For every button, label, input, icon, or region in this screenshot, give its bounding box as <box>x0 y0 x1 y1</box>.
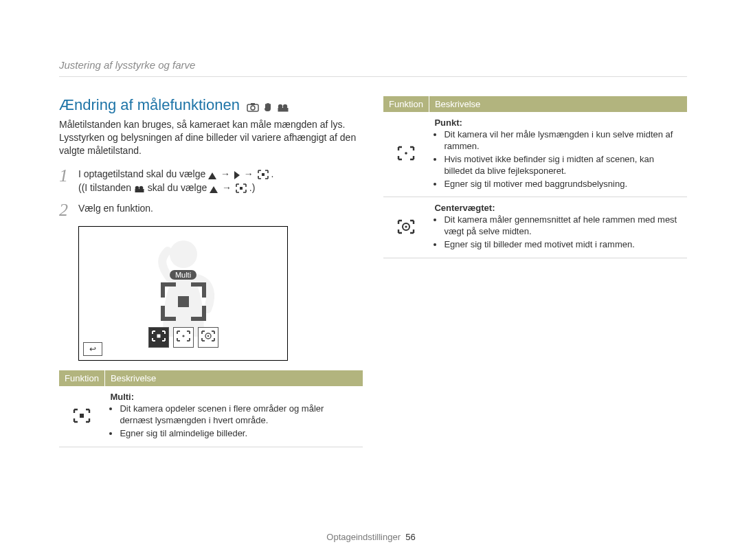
row-bullet: Hvis motivet ikke befinder sig i midten … <box>444 154 682 177</box>
arrow-icon: → <box>243 167 255 181</box>
chevron-right-solid-icon <box>234 168 243 179</box>
breadcrumb: Justering af lysstyrke og farve <box>59 59 687 77</box>
table-row: Multi: Dit kamera opdeler scenen i flere… <box>59 386 363 447</box>
row-title: Punkt: <box>434 117 682 128</box>
footer-label: Optageindstillinger <box>326 532 401 542</box>
mode-icons <box>247 96 289 114</box>
svg-rect-10 <box>240 187 243 190</box>
svg-point-11 <box>170 240 197 268</box>
row-bullet: Egner sig til motiver med baggrundsbelys… <box>444 179 682 190</box>
page-number: 56 <box>405 532 415 542</box>
th-funktion: Funktion <box>59 370 104 386</box>
step1-text-c: skal du vælge <box>148 182 207 193</box>
triangle-up-icon <box>208 168 219 179</box>
svg-rect-17 <box>80 414 84 418</box>
triangle-up-icon <box>210 182 221 193</box>
step-1: 1 I optagetilstand skal du vælge → → . <box>59 167 363 195</box>
multi-large-icon <box>159 280 208 323</box>
row-bullet: Egner sig til almindelige billeder. <box>120 428 357 440</box>
metering-options-row <box>148 327 218 348</box>
svg-rect-5 <box>278 108 288 112</box>
table-row: Centervægtet: Dit kamera måler gennemsni… <box>383 197 687 258</box>
right-column: Funktion Beskrivelse Punkt: Dit kamera v… <box>383 96 687 447</box>
svg-rect-9 <box>135 189 144 192</box>
step1-text-b: (I tilstanden <box>82 182 131 193</box>
section-title-text: Ændring af målefunktionen <box>59 96 240 114</box>
svg-rect-12 <box>178 296 189 307</box>
svg-point-14 <box>182 335 184 337</box>
th-beskrivelse: Beskrivelse <box>104 370 363 386</box>
step-number-1: 1 <box>59 167 71 195</box>
metering-table-right: Funktion Beskrivelse Punkt: Dit kamera v… <box>383 96 687 258</box>
arrow-icon: → <box>219 167 232 181</box>
selected-metering-display: Multi <box>159 268 208 326</box>
svg-rect-13 <box>157 335 160 338</box>
svg-point-20 <box>405 225 407 227</box>
video-icon <box>277 96 289 114</box>
step1-text-a: I optagetilstand skal du vælge <box>78 168 205 179</box>
step-2: 2 Vælg en funktion. <box>59 201 363 219</box>
th-funktion: Funktion <box>383 96 429 112</box>
multi-label: Multi <box>170 270 196 280</box>
table-row: Punkt: Dit kamera vil her måle lysmængde… <box>383 112 687 197</box>
center-icon <box>383 197 429 258</box>
section-title: Ændring af målefunktionen <box>59 96 363 114</box>
row-bullet: Dit kamera måler gennemsnittet af hele r… <box>444 214 682 238</box>
row-bullet: Egner sig til billeder med motivet midt … <box>444 239 682 251</box>
svg-rect-6 <box>262 173 265 176</box>
svg-rect-2 <box>251 103 255 105</box>
step2-text: Vælg en funktion. <box>78 201 363 219</box>
arrow-icon: → <box>221 181 233 194</box>
row-title: Centervægtet: <box>434 203 682 213</box>
left-column: Ændring af målefunktionen Måletilstanden… <box>59 96 363 447</box>
row-title: Multi: <box>110 392 357 402</box>
punkt-icon <box>383 112 429 197</box>
camera-preview: Multi <box>78 226 288 361</box>
multi-icon <box>59 386 104 447</box>
intro-text: Måletilstanden kan bruges, så kameraet k… <box>59 118 363 157</box>
back-button[interactable]: ↩ <box>83 342 102 356</box>
camera-plus-icon <box>247 96 259 114</box>
video-small-icon <box>134 182 148 193</box>
hand-icon <box>263 96 273 114</box>
metering-option-center[interactable] <box>198 327 218 348</box>
metering-option-punkt[interactable] <box>173 327 194 348</box>
row-bullet: Dit kamera vil her måle lysmængden i kun… <box>444 129 682 153</box>
page-footer: Optageindstillinger 56 <box>0 532 742 542</box>
multi-small-icon <box>236 182 249 193</box>
row-bullet: Dit kamera opdeler scenen i flere område… <box>120 403 357 427</box>
multi-small-icon <box>258 168 271 179</box>
svg-point-16 <box>207 335 209 337</box>
step-number-2: 2 <box>59 201 71 219</box>
metering-option-multi[interactable] <box>148 327 169 348</box>
svg-point-1 <box>251 106 255 110</box>
metering-table-left: Funktion Beskrivelse Multi: Dit kamera o… <box>59 370 363 447</box>
svg-point-18 <box>405 152 407 155</box>
th-beskrivelse: Beskrivelse <box>429 96 687 112</box>
